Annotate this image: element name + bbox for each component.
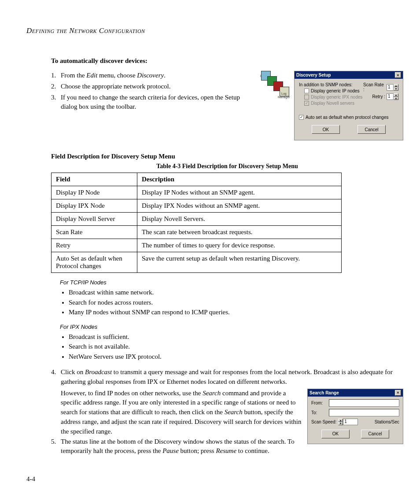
- table-caption: Table 4-3 Field Description for Discover…: [51, 163, 403, 170]
- list-item: Broadcast within same network.: [69, 287, 403, 298]
- ok-button[interactable]: OK: [321, 430, 350, 438]
- checkbox-ipx-nodes: Display generic IPX nodes: [304, 95, 363, 99]
- close-icon[interactable]: ×: [395, 390, 401, 396]
- tcp-heading: For TCP/IP Nodes: [60, 279, 403, 286]
- table-row: Scan RateThe scan rate between broadcast…: [52, 226, 342, 239]
- retry-label: Retry :: [372, 94, 385, 99]
- from-label: From:: [311, 401, 327, 405]
- from-input[interactable]: [329, 399, 399, 407]
- to-input[interactable]: [329, 409, 399, 416]
- step-4: 4. Click on Broadcast to transmit a quer…: [51, 368, 403, 387]
- retry-stepper[interactable]: 1 ▲▼: [387, 93, 398, 100]
- cancel-button[interactable]: Cancel: [361, 430, 389, 438]
- chevron-down-icon[interactable]: ▼: [394, 97, 398, 100]
- list-item: NetWare Servers use IPX protocol.: [69, 352, 403, 362]
- table-row: Display IP NodeDisplay IP Nodes without …: [52, 186, 342, 199]
- scanrate-label: Scan Rate :: [363, 82, 385, 92]
- page-header: Defining the Network Configuration: [26, 26, 403, 35]
- table-row: Auto Set as default when Protocol change…: [52, 252, 342, 273]
- tcp-bullets: Broadcast within same network. Search fo…: [69, 287, 403, 317]
- checkbox-ip-nodes[interactable]: Display generic IP nodes: [304, 88, 363, 93]
- scanrate-stepper[interactable]: 1 ▲▼: [387, 84, 398, 91]
- chevron-up-icon[interactable]: ▲: [394, 93, 398, 97]
- field-description-table: FieldDescription Display IP NodeDisplay …: [51, 173, 342, 273]
- checkbox-novell: ✓Display Novell servers: [304, 101, 363, 106]
- steps-list: 1. From the Edit menu, choose Discovery.…: [51, 71, 257, 113]
- step-4-continued: However, to find IP nodes on other netwo…: [61, 389, 302, 458]
- step-5: 5. The status line at the bottom of the …: [51, 437, 302, 456]
- step-2: 2.Choose the appropriate network protoco…: [51, 82, 257, 91]
- search-range-dialog: Search Range × From: To: Scan Speed: ▲▼ …: [307, 389, 403, 444]
- ok-button[interactable]: OK: [312, 125, 340, 134]
- section-heading-field-desc: Field Description for Discovery Setup Me…: [51, 153, 403, 160]
- to-label: To:: [311, 410, 327, 415]
- toolbar-icons: Disc Log Manager: [261, 71, 290, 106]
- scanspeed-stepper[interactable]: ▲▼ 1: [338, 419, 358, 425]
- table-row: Display Novell ServerDisplay Novell Serv…: [52, 213, 342, 226]
- list-item: Search for nodes across routers.: [69, 298, 403, 308]
- dialog-intro: In addition to SNMP nodes:: [299, 82, 363, 87]
- step-3: 3.If you need to change the search crite…: [51, 93, 257, 111]
- list-item: Search is not available.: [69, 342, 403, 352]
- chevron-up-icon[interactable]: ▲: [394, 84, 398, 88]
- list-item: Many IP nodes without SNMP can respond t…: [69, 307, 403, 317]
- checkbox-autoset[interactable]: ✓Auto set as default when protocol chang…: [299, 115, 398, 120]
- list-item: Broadcast is sufficient.: [69, 332, 403, 342]
- step-1: 1. From the Edit menu, choose Discovery.: [51, 71, 257, 80]
- ipx-bullets: Broadcast is sufficient. Search is not a…: [69, 332, 403, 362]
- ipx-heading: For IPX Nodes: [60, 324, 403, 330]
- page-number: 4-4: [26, 475, 35, 483]
- chevron-down-icon[interactable]: ▼: [394, 87, 398, 91]
- scanspeed-label: Scan Speed:: [311, 419, 336, 424]
- table-row: Display IPX NodeDisplay IPX Nodes withou…: [52, 199, 342, 213]
- close-icon[interactable]: ×: [395, 72, 401, 78]
- dialog-title: Search Range: [309, 390, 339, 395]
- th-description: Description: [137, 173, 342, 186]
- cancel-button[interactable]: Cancel: [357, 125, 386, 134]
- chevron-down-icon[interactable]: ▼: [338, 422, 343, 425]
- unit-label: Stations/Sec: [375, 419, 399, 424]
- dialog-title: Discovery Setup: [296, 73, 331, 77]
- th-field: Field: [52, 173, 137, 186]
- chevron-up-icon[interactable]: ▲: [338, 419, 343, 422]
- section-heading-discover: To automatically discover devices:: [51, 57, 403, 65]
- discovery-setup-dialog: Discovery Setup × In addition to SNMP no…: [294, 71, 403, 140]
- table-row: RetryThe number of times to query for de…: [52, 239, 342, 252]
